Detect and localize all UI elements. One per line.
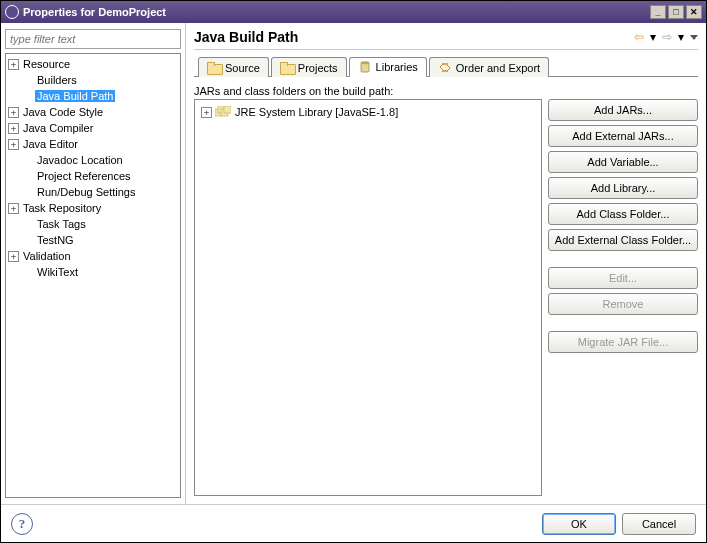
tree-toggle[interactable]: + bbox=[8, 203, 19, 214]
library-icon bbox=[215, 106, 231, 118]
tree-label: Java Code Style bbox=[21, 106, 105, 118]
filter-input[interactable] bbox=[5, 29, 181, 49]
svg-rect-5 bbox=[224, 106, 231, 113]
folder-icon bbox=[280, 63, 294, 73]
library-entry[interactable]: + JRE System Library [JavaSE-1.8] bbox=[197, 104, 539, 120]
maximize-button[interactable]: □ bbox=[668, 5, 684, 19]
button-column: Add JARs... Add External JARs... Add Var… bbox=[548, 99, 698, 496]
right-panel: Java Build Path ⇦ ▾ ⇨ ▾ Source Projects … bbox=[186, 23, 706, 504]
tree-label: Validation bbox=[21, 250, 73, 262]
tree-item-testng[interactable]: TestNG bbox=[6, 232, 180, 248]
footer: ? OK Cancel bbox=[1, 504, 706, 542]
tree-item-java-compiler[interactable]: +Java Compiler bbox=[6, 120, 180, 136]
add-external-jars-button[interactable]: Add External JARs... bbox=[548, 125, 698, 147]
tree-item-validation[interactable]: +Validation bbox=[6, 248, 180, 264]
add-external-class-folder-button[interactable]: Add External Class Folder... bbox=[548, 229, 698, 251]
window-title: Properties for DemoProject bbox=[23, 6, 166, 18]
tree-item-java-code-style[interactable]: +Java Code Style bbox=[6, 104, 180, 120]
tree-toggle[interactable]: + bbox=[8, 107, 19, 118]
tree-toggle[interactable]: + bbox=[8, 139, 19, 150]
tab-libraries-label: Libraries bbox=[376, 61, 418, 73]
order-icon bbox=[438, 62, 452, 74]
tree-label: Task Tags bbox=[35, 218, 88, 230]
path-description: JARs and class folders on the build path… bbox=[194, 85, 698, 97]
libraries-list[interactable]: + JRE System Library [JavaSE-1.8] bbox=[194, 99, 542, 496]
cancel-button[interactable]: Cancel bbox=[622, 513, 696, 535]
add-library-button[interactable]: Add Library... bbox=[548, 177, 698, 199]
page-title: Java Build Path bbox=[194, 29, 298, 45]
ok-button[interactable]: OK bbox=[542, 513, 616, 535]
jar-icon bbox=[358, 61, 372, 73]
tree-toggle bbox=[22, 219, 33, 230]
tab-order-label: Order and Export bbox=[456, 62, 540, 74]
tree-toggle bbox=[22, 171, 33, 182]
tab-source[interactable]: Source bbox=[198, 57, 269, 77]
tree-label: Javadoc Location bbox=[35, 154, 125, 166]
tree-item-java-editor[interactable]: +Java Editor bbox=[6, 136, 180, 152]
tree-label: Java Build Path bbox=[35, 90, 115, 102]
migrate-jar-button: Migrate JAR File... bbox=[548, 331, 698, 353]
nav-back-icon[interactable]: ⇦ bbox=[634, 30, 644, 44]
view-menu-icon[interactable] bbox=[690, 35, 698, 40]
eclipse-icon bbox=[5, 5, 19, 19]
add-variable-button[interactable]: Add Variable... bbox=[548, 151, 698, 173]
folder-icon bbox=[207, 63, 221, 73]
nav-forward-icon: ⇨ bbox=[662, 30, 672, 44]
tree-item-run-debug-settings[interactable]: Run/Debug Settings bbox=[6, 184, 180, 200]
svg-point-1 bbox=[361, 62, 369, 64]
library-label: JRE System Library [JavaSE-1.8] bbox=[235, 106, 398, 118]
properties-dialog: Properties for DemoProject _ □ ✕ +Resour… bbox=[0, 0, 707, 543]
add-jars-button[interactable]: Add JARs... bbox=[548, 99, 698, 121]
tree-toggle bbox=[22, 75, 33, 86]
tab-projects[interactable]: Projects bbox=[271, 57, 347, 77]
tab-projects-label: Projects bbox=[298, 62, 338, 74]
add-class-folder-button[interactable]: Add Class Folder... bbox=[548, 203, 698, 225]
remove-button: Remove bbox=[548, 293, 698, 315]
tree-toggle bbox=[22, 155, 33, 166]
tree-toggle bbox=[22, 187, 33, 198]
titlebar[interactable]: Properties for DemoProject _ □ ✕ bbox=[1, 1, 706, 23]
tree-item-task-repository[interactable]: +Task Repository bbox=[6, 200, 180, 216]
tree-item-wikitext[interactable]: WikiText bbox=[6, 264, 180, 280]
tree-item-javadoc-location[interactable]: Javadoc Location bbox=[6, 152, 180, 168]
tree-item-builders[interactable]: Builders bbox=[6, 72, 180, 88]
tab-libraries[interactable]: Libraries bbox=[349, 57, 427, 77]
tree-label: TestNG bbox=[35, 234, 76, 246]
tab-source-label: Source bbox=[225, 62, 260, 74]
tree-label: Run/Debug Settings bbox=[35, 186, 137, 198]
expand-toggle[interactable]: + bbox=[201, 107, 212, 118]
tree-label: Java Editor bbox=[21, 138, 80, 150]
tree-toggle[interactable]: + bbox=[8, 123, 19, 134]
nav-forward-menu[interactable]: ▾ bbox=[678, 30, 684, 44]
left-panel: +ResourceBuildersJava Build Path+Java Co… bbox=[1, 23, 186, 504]
tree-label: Builders bbox=[35, 74, 79, 86]
tree-label: Task Repository bbox=[21, 202, 103, 214]
close-button[interactable]: ✕ bbox=[686, 5, 702, 19]
tabs: Source Projects Libraries Order and Expo… bbox=[194, 56, 698, 77]
tree-toggle[interactable]: + bbox=[8, 59, 19, 70]
help-icon[interactable]: ? bbox=[11, 513, 33, 535]
tab-order[interactable]: Order and Export bbox=[429, 57, 549, 77]
tree-item-project-references[interactable]: Project References bbox=[6, 168, 180, 184]
tree-label: Java Compiler bbox=[21, 122, 95, 134]
tree-item-resource[interactable]: +Resource bbox=[6, 56, 180, 72]
tree-item-task-tags[interactable]: Task Tags bbox=[6, 216, 180, 232]
tree-item-java-build-path[interactable]: Java Build Path bbox=[6, 88, 180, 104]
edit-button: Edit... bbox=[548, 267, 698, 289]
header-nav: ⇦ ▾ ⇨ ▾ bbox=[634, 30, 698, 44]
category-tree[interactable]: +ResourceBuildersJava Build Path+Java Co… bbox=[5, 53, 181, 498]
tree-toggle bbox=[22, 235, 33, 246]
minimize-button[interactable]: _ bbox=[650, 5, 666, 19]
header-row: Java Build Path ⇦ ▾ ⇨ ▾ bbox=[194, 29, 698, 50]
tree-label: Project References bbox=[35, 170, 133, 182]
tree-toggle bbox=[22, 91, 33, 102]
tree-label: Resource bbox=[21, 58, 72, 70]
tree-label: WikiText bbox=[35, 266, 80, 278]
tree-toggle[interactable]: + bbox=[8, 251, 19, 262]
nav-back-menu[interactable]: ▾ bbox=[650, 30, 656, 44]
tree-toggle bbox=[22, 267, 33, 278]
